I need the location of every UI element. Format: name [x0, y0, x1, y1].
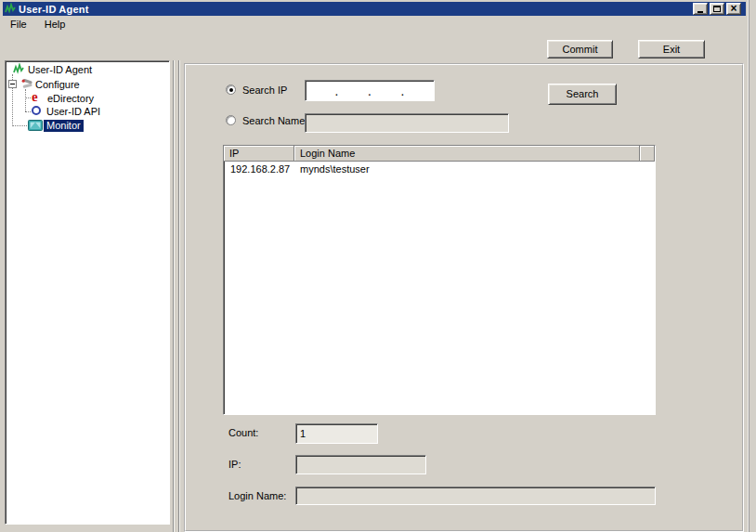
monitor-icon — [28, 120, 43, 134]
tree-item-edirectory[interactable]: eDirectory — [47, 93, 94, 105]
close-icon: × — [730, 4, 736, 14]
window-right-border — [748, 0, 749, 532]
search-ip-input[interactable]: . . . — [305, 80, 435, 101]
cell-ip: 192.168.2.87 — [224, 162, 294, 176]
login-name-label: Login Name: — [228, 490, 286, 502]
tree-connector-line — [25, 89, 26, 111]
minimize-icon — [697, 11, 703, 13]
waveform-app-icon — [12, 63, 25, 76]
app-window: User-ID Agent × File Help Commit Exit Us… — [0, 0, 756, 532]
search-name-radio[interactable] — [226, 115, 236, 125]
results-table: IP Login Name 192.168.2.87 mynds\testuse… — [223, 145, 656, 415]
ip-label: IP: — [228, 459, 241, 471]
ip-separator: . — [401, 84, 405, 97]
title-bar: User-ID Agent × — [3, 2, 746, 16]
search-ip-radio[interactable] — [226, 84, 236, 95]
count-field: 1 — [295, 423, 378, 444]
commit-button[interactable]: Commit — [547, 40, 613, 58]
edirectory-icon: e — [32, 91, 38, 103]
close-button[interactable]: × — [726, 3, 741, 15]
tree-item-user-id-api[interactable]: User-ID API — [46, 106, 100, 118]
cell-login-name: mynds\testuser — [294, 162, 655, 176]
table-row[interactable]: 192.168.2.87 mynds\testuser — [224, 162, 655, 176]
ip-field — [295, 455, 426, 474]
ip-separator: . — [368, 84, 371, 97]
search-name-radio-label: Search Name — [242, 115, 305, 127]
app-waveform-icon — [5, 3, 16, 16]
column-header-login-name[interactable]: Login Name — [294, 146, 640, 162]
table-header-row: IP Login Name — [224, 146, 655, 162]
maximize-icon — [713, 6, 721, 12]
column-header-spacer — [640, 146, 655, 162]
search-name-input[interactable] — [305, 113, 509, 133]
exit-button[interactable]: Exit — [638, 40, 705, 58]
circle-icon — [32, 106, 41, 115]
count-label: Count: — [228, 427, 258, 439]
window-title: User-ID Agent — [19, 4, 89, 15]
tree-connector-line — [25, 97, 31, 98]
column-header-ip[interactable]: IP — [224, 146, 294, 162]
ip-separator: . — [335, 84, 339, 97]
search-button[interactable]: Search — [548, 84, 617, 105]
tree-connector-line — [25, 111, 31, 112]
splitter-groove[interactable] — [178, 60, 180, 532]
login-name-field — [295, 487, 656, 505]
search-ip-radio-label: Search IP — [242, 84, 287, 97]
minimize-button[interactable] — [693, 3, 708, 15]
menu-bar: File Help — [3, 18, 746, 31]
tree-item-configure[interactable]: Configure — [35, 79, 80, 91]
menu-file[interactable]: File — [5, 18, 33, 31]
collapse-expander-icon[interactable] — [8, 80, 17, 88]
tree-connector-line — [12, 125, 27, 126]
tree-item-monitor[interactable]: Monitor — [44, 120, 84, 132]
tree-item-user-id-agent[interactable]: User-ID Agent — [28, 64, 92, 76]
maximize-button[interactable] — [710, 3, 724, 15]
splitter-groove[interactable] — [173, 60, 175, 532]
menu-help[interactable]: Help — [39, 18, 72, 31]
